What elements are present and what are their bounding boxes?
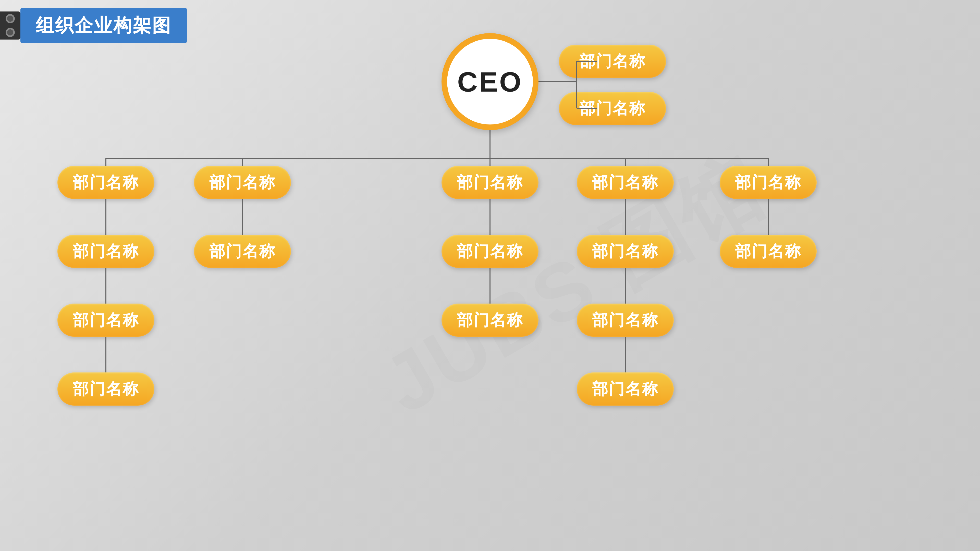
level2-dept-4: 部门名称 [577,166,674,199]
binder-ring-2 [6,28,15,37]
header: 组织企业构架图 [0,8,187,43]
right-bottom-dept: 部门名称 [559,92,666,125]
ceo-label: CEO [457,65,523,98]
right-top-dept: 部门名称 [559,44,666,78]
level4-dept-3: 部门名称 [577,303,674,337]
level4-dept-1: 部门名称 [57,303,154,337]
level3-dept-5: 部门名称 [720,235,817,268]
level2-dept-3: 部门名称 [442,166,538,199]
level2-dept-2: 部门名称 [194,166,291,199]
binder [0,11,21,40]
binder-ring-1 [6,14,15,23]
ceo-node: CEO [442,33,538,130]
title-box: 组织企业构架图 [21,8,187,43]
level2-dept-5: 部门名称 [720,166,817,199]
level5-dept-2: 部门名称 [577,372,674,406]
level4-dept-2: 部门名称 [442,303,538,337]
level3-dept-4: 部门名称 [577,235,674,268]
level2-dept-1: 部门名称 [57,166,154,199]
level3-dept-2: 部门名称 [194,235,291,268]
level5-dept-1: 部门名称 [57,372,154,406]
level3-dept-3: 部门名称 [442,235,538,268]
page-title: 组织企业构架图 [36,15,172,35]
level3-dept-1: 部门名称 [57,235,154,268]
